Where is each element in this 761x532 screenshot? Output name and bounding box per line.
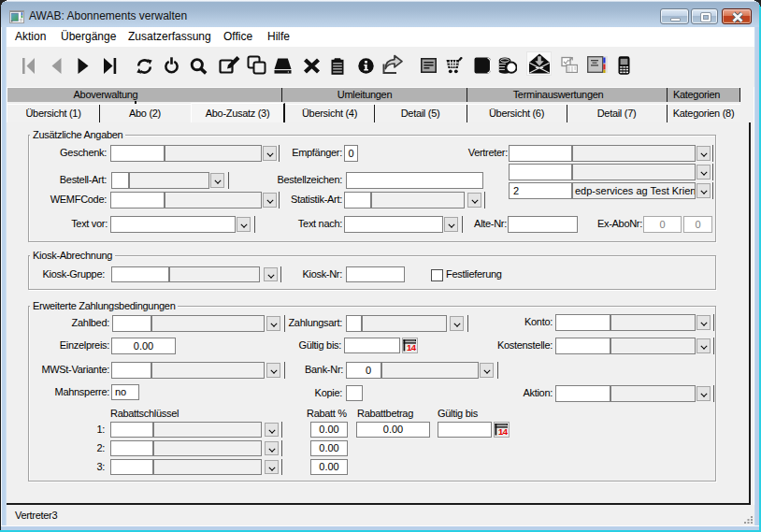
svg-text:14: 14 [407,342,417,352]
svg-text:14: 14 [498,426,509,437]
